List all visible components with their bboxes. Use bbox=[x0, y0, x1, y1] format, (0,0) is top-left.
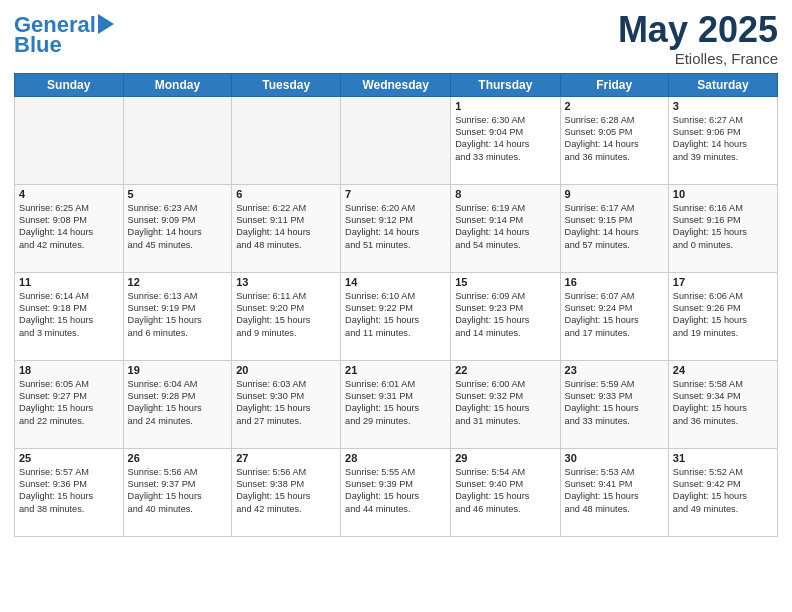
table-row: 14Sunrise: 6:10 AMSunset: 9:22 PMDayligh… bbox=[341, 272, 451, 360]
table-row: 25Sunrise: 5:57 AMSunset: 9:36 PMDayligh… bbox=[15, 448, 124, 536]
table-row: 20Sunrise: 6:03 AMSunset: 9:30 PMDayligh… bbox=[232, 360, 341, 448]
calendar-week-3: 11Sunrise: 6:14 AMSunset: 9:18 PMDayligh… bbox=[15, 272, 778, 360]
day-info: Sunrise: 6:27 AMSunset: 9:06 PMDaylight:… bbox=[673, 114, 773, 164]
logo-arrow-icon bbox=[98, 14, 114, 34]
day-info: Sunrise: 5:52 AMSunset: 9:42 PMDaylight:… bbox=[673, 466, 773, 516]
day-number: 2 bbox=[565, 100, 664, 112]
day-info: Sunrise: 6:10 AMSunset: 9:22 PMDaylight:… bbox=[345, 290, 446, 340]
day-info: Sunrise: 6:06 AMSunset: 9:26 PMDaylight:… bbox=[673, 290, 773, 340]
table-row bbox=[15, 96, 124, 184]
day-info: Sunrise: 5:57 AMSunset: 9:36 PMDaylight:… bbox=[19, 466, 119, 516]
table-row: 15Sunrise: 6:09 AMSunset: 9:23 PMDayligh… bbox=[451, 272, 560, 360]
day-number: 20 bbox=[236, 364, 336, 376]
table-row: 23Sunrise: 5:59 AMSunset: 9:33 PMDayligh… bbox=[560, 360, 668, 448]
day-info: Sunrise: 6:20 AMSunset: 9:12 PMDaylight:… bbox=[345, 202, 446, 252]
day-number: 16 bbox=[565, 276, 664, 288]
day-number: 27 bbox=[236, 452, 336, 464]
table-row: 8Sunrise: 6:19 AMSunset: 9:14 PMDaylight… bbox=[451, 184, 560, 272]
day-number: 13 bbox=[236, 276, 336, 288]
table-row: 12Sunrise: 6:13 AMSunset: 9:19 PMDayligh… bbox=[123, 272, 232, 360]
table-row: 21Sunrise: 6:01 AMSunset: 9:31 PMDayligh… bbox=[341, 360, 451, 448]
logo: General Blue bbox=[14, 14, 114, 56]
table-row: 16Sunrise: 6:07 AMSunset: 9:24 PMDayligh… bbox=[560, 272, 668, 360]
day-number: 1 bbox=[455, 100, 555, 112]
table-row: 6Sunrise: 6:22 AMSunset: 9:11 PMDaylight… bbox=[232, 184, 341, 272]
day-info: Sunrise: 6:09 AMSunset: 9:23 PMDaylight:… bbox=[455, 290, 555, 340]
calendar-title: May 2025 bbox=[618, 10, 778, 50]
col-sunday: Sunday bbox=[15, 73, 124, 96]
day-info: Sunrise: 6:28 AMSunset: 9:05 PMDaylight:… bbox=[565, 114, 664, 164]
day-number: 24 bbox=[673, 364, 773, 376]
calendar-table: Sunday Monday Tuesday Wednesday Thursday… bbox=[14, 73, 778, 537]
calendar-week-2: 4Sunrise: 6:25 AMSunset: 9:08 PMDaylight… bbox=[15, 184, 778, 272]
logo-blue-text: Blue bbox=[14, 34, 62, 56]
day-number: 8 bbox=[455, 188, 555, 200]
day-info: Sunrise: 5:56 AMSunset: 9:37 PMDaylight:… bbox=[128, 466, 228, 516]
table-row: 5Sunrise: 6:23 AMSunset: 9:09 PMDaylight… bbox=[123, 184, 232, 272]
day-number: 22 bbox=[455, 364, 555, 376]
table-row: 19Sunrise: 6:04 AMSunset: 9:28 PMDayligh… bbox=[123, 360, 232, 448]
day-number: 30 bbox=[565, 452, 664, 464]
day-info: Sunrise: 5:55 AMSunset: 9:39 PMDaylight:… bbox=[345, 466, 446, 516]
table-row: 1Sunrise: 6:30 AMSunset: 9:04 PMDaylight… bbox=[451, 96, 560, 184]
col-friday: Friday bbox=[560, 73, 668, 96]
table-row: 30Sunrise: 5:53 AMSunset: 9:41 PMDayligh… bbox=[560, 448, 668, 536]
day-info: Sunrise: 6:11 AMSunset: 9:20 PMDaylight:… bbox=[236, 290, 336, 340]
day-info: Sunrise: 5:58 AMSunset: 9:34 PMDaylight:… bbox=[673, 378, 773, 428]
table-row: 10Sunrise: 6:16 AMSunset: 9:16 PMDayligh… bbox=[668, 184, 777, 272]
table-row bbox=[123, 96, 232, 184]
page: General Blue May 2025 Etiolles, France S… bbox=[0, 0, 792, 612]
calendar-header-row: Sunday Monday Tuesday Wednesday Thursday… bbox=[15, 73, 778, 96]
day-number: 18 bbox=[19, 364, 119, 376]
table-row: 29Sunrise: 5:54 AMSunset: 9:40 PMDayligh… bbox=[451, 448, 560, 536]
col-thursday: Thursday bbox=[451, 73, 560, 96]
day-number: 10 bbox=[673, 188, 773, 200]
title-block: May 2025 Etiolles, France bbox=[618, 10, 778, 67]
day-info: Sunrise: 6:30 AMSunset: 9:04 PMDaylight:… bbox=[455, 114, 555, 164]
day-info: Sunrise: 6:13 AMSunset: 9:19 PMDaylight:… bbox=[128, 290, 228, 340]
day-number: 4 bbox=[19, 188, 119, 200]
table-row: 31Sunrise: 5:52 AMSunset: 9:42 PMDayligh… bbox=[668, 448, 777, 536]
day-info: Sunrise: 6:04 AMSunset: 9:28 PMDaylight:… bbox=[128, 378, 228, 428]
table-row: 24Sunrise: 5:58 AMSunset: 9:34 PMDayligh… bbox=[668, 360, 777, 448]
day-number: 15 bbox=[455, 276, 555, 288]
day-number: 6 bbox=[236, 188, 336, 200]
day-number: 12 bbox=[128, 276, 228, 288]
day-info: Sunrise: 6:17 AMSunset: 9:15 PMDaylight:… bbox=[565, 202, 664, 252]
table-row: 22Sunrise: 6:00 AMSunset: 9:32 PMDayligh… bbox=[451, 360, 560, 448]
day-info: Sunrise: 6:16 AMSunset: 9:16 PMDaylight:… bbox=[673, 202, 773, 252]
day-number: 23 bbox=[565, 364, 664, 376]
day-number: 31 bbox=[673, 452, 773, 464]
day-info: Sunrise: 5:54 AMSunset: 9:40 PMDaylight:… bbox=[455, 466, 555, 516]
day-info: Sunrise: 6:19 AMSunset: 9:14 PMDaylight:… bbox=[455, 202, 555, 252]
calendar-week-1: 1Sunrise: 6:30 AMSunset: 9:04 PMDaylight… bbox=[15, 96, 778, 184]
day-number: 21 bbox=[345, 364, 446, 376]
table-row: 3Sunrise: 6:27 AMSunset: 9:06 PMDaylight… bbox=[668, 96, 777, 184]
table-row bbox=[232, 96, 341, 184]
day-number: 28 bbox=[345, 452, 446, 464]
day-number: 9 bbox=[565, 188, 664, 200]
day-number: 11 bbox=[19, 276, 119, 288]
day-info: Sunrise: 6:22 AMSunset: 9:11 PMDaylight:… bbox=[236, 202, 336, 252]
day-info: Sunrise: 6:14 AMSunset: 9:18 PMDaylight:… bbox=[19, 290, 119, 340]
day-info: Sunrise: 6:03 AMSunset: 9:30 PMDaylight:… bbox=[236, 378, 336, 428]
day-info: Sunrise: 5:53 AMSunset: 9:41 PMDaylight:… bbox=[565, 466, 664, 516]
table-row: 17Sunrise: 6:06 AMSunset: 9:26 PMDayligh… bbox=[668, 272, 777, 360]
calendar-week-4: 18Sunrise: 6:05 AMSunset: 9:27 PMDayligh… bbox=[15, 360, 778, 448]
table-row: 7Sunrise: 6:20 AMSunset: 9:12 PMDaylight… bbox=[341, 184, 451, 272]
day-number: 17 bbox=[673, 276, 773, 288]
table-row: 2Sunrise: 6:28 AMSunset: 9:05 PMDaylight… bbox=[560, 96, 668, 184]
day-number: 29 bbox=[455, 452, 555, 464]
day-info: Sunrise: 5:59 AMSunset: 9:33 PMDaylight:… bbox=[565, 378, 664, 428]
table-row: 26Sunrise: 5:56 AMSunset: 9:37 PMDayligh… bbox=[123, 448, 232, 536]
table-row bbox=[341, 96, 451, 184]
day-number: 5 bbox=[128, 188, 228, 200]
col-tuesday: Tuesday bbox=[232, 73, 341, 96]
table-row: 13Sunrise: 6:11 AMSunset: 9:20 PMDayligh… bbox=[232, 272, 341, 360]
day-info: Sunrise: 5:56 AMSunset: 9:38 PMDaylight:… bbox=[236, 466, 336, 516]
col-wednesday: Wednesday bbox=[341, 73, 451, 96]
table-row: 27Sunrise: 5:56 AMSunset: 9:38 PMDayligh… bbox=[232, 448, 341, 536]
calendar-subtitle: Etiolles, France bbox=[618, 50, 778, 67]
day-number: 7 bbox=[345, 188, 446, 200]
day-info: Sunrise: 6:01 AMSunset: 9:31 PMDaylight:… bbox=[345, 378, 446, 428]
